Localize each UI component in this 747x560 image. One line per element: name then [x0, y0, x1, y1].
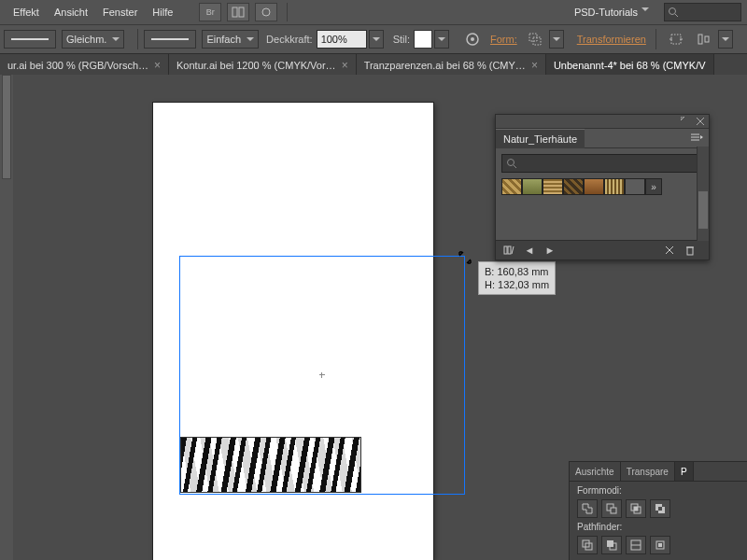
tab-document[interactable]: Unbenannt-4* bei 68 % (CMYK/V [546, 54, 714, 77]
chevron-down-icon [247, 37, 254, 41]
toolbar-icon-sync[interactable] [255, 3, 277, 21]
swatch-item[interactable] [522, 178, 543, 195]
collapse-icon[interactable] [681, 117, 690, 126]
swatch-row: » [501, 178, 703, 195]
trash-icon[interactable] [683, 243, 698, 258]
svg-point-16 [508, 160, 514, 166]
svg-rect-38 [658, 543, 662, 547]
shape-modes-label: Formmodi: [577, 485, 740, 496]
panel-footer: ◄ ► [496, 240, 709, 259]
pattern-rectangle[interactable] [180, 437, 361, 493]
svg-line-17 [514, 165, 516, 168]
tab-document[interactable]: ur.ai bei 300 % (RGB/Vorsch…× [0, 54, 169, 77]
close-icon[interactable]: × [531, 60, 538, 71]
minus-front-icon[interactable] [601, 499, 622, 518]
close-icon[interactable]: × [154, 60, 161, 71]
style-dropdown[interactable] [434, 30, 449, 49]
toolbar-icon-br[interactable]: Br [199, 3, 221, 21]
chevron-down-icon [438, 37, 445, 41]
canvas[interactable]: B: 160,83 mm H: 132,03 mm Natur_Tierhäut… [13, 75, 747, 560]
divide-icon[interactable] [577, 536, 598, 554]
brush-select[interactable]: Einfach [202, 30, 259, 49]
isolate-icon[interactable] [666, 29, 686, 49]
dock-tabs: Ausrichte Transpare P [570, 462, 747, 482]
trim-icon[interactable] [601, 536, 622, 554]
tab-transparency[interactable]: Transpare [621, 462, 675, 481]
swatch-more-icon[interactable]: » [645, 178, 662, 195]
panel-titlebar[interactable] [496, 115, 709, 129]
swatch-item[interactable] [501, 178, 522, 195]
panel-search-input[interactable] [501, 154, 703, 173]
opacity-dropdown[interactable] [369, 30, 384, 49]
menu-hilfe[interactable]: Hilfe [145, 3, 180, 21]
scrollbar-thumb[interactable] [2, 75, 11, 179]
unite-icon[interactable] [577, 499, 598, 518]
break-link-icon[interactable] [662, 243, 677, 258]
stroke-profile-select[interactable]: Gleichm. [62, 30, 124, 49]
search-input[interactable] [664, 3, 741, 21]
tab-pathfinder[interactable]: P [675, 462, 694, 481]
chevron-down-icon [641, 7, 651, 17]
recolor-icon[interactable] [462, 29, 483, 49]
search-icon [668, 7, 679, 18]
svg-rect-11 [698, 35, 702, 44]
panel-tab-label[interactable]: Natur_Tierhäute [496, 129, 585, 148]
transform-link[interactable]: Transformieren [577, 34, 646, 45]
style-swatch[interactable] [414, 30, 432, 49]
panel-tabs: Natur_Tierhäute [496, 129, 709, 148]
toolbar-icon-arrange[interactable] [227, 3, 249, 21]
chevron-down-icon [112, 37, 120, 41]
swatch-item[interactable] [625, 178, 645, 195]
swatches-panel: Natur_Tierhäute » ◄ [495, 114, 710, 260]
panel-scrollbar[interactable] [697, 147, 709, 241]
chevron-down-icon [722, 37, 729, 41]
brush-preview[interactable] [144, 30, 196, 49]
menu-fenster[interactable]: Fenster [95, 3, 145, 21]
chevron-down-icon [553, 37, 560, 41]
align-dropdown[interactable] [718, 30, 733, 49]
align-icon[interactable] [694, 29, 714, 49]
next-icon[interactable]: ► [543, 243, 557, 258]
scrollbar-vertical[interactable] [0, 75, 14, 560]
swatch-item[interactable] [584, 178, 604, 195]
selection-center-icon [319, 372, 325, 378]
prev-icon[interactable]: ◄ [522, 243, 537, 258]
menu-ansicht[interactable]: Ansicht [47, 3, 95, 21]
resize-handle[interactable] [458, 251, 472, 264]
crop-icon[interactable] [650, 536, 670, 554]
merge-icon[interactable] [626, 536, 646, 554]
form-link[interactable]: Form: [490, 34, 517, 45]
close-icon[interactable]: × [342, 60, 348, 71]
stroke-preview[interactable] [4, 30, 56, 49]
swatch-item[interactable] [604, 178, 625, 195]
svg-rect-12 [705, 36, 709, 42]
shape-mode-dropdown[interactable] [549, 30, 564, 49]
menu-effekt[interactable]: Effekt [6, 3, 47, 21]
library-icon[interactable] [501, 243, 516, 258]
panel-menu-icon[interactable] [690, 133, 703, 144]
tab-document[interactable]: Tranzparenzen.ai bei 68 % (CMY…× [357, 54, 546, 77]
swatch-item[interactable] [563, 178, 584, 195]
svg-rect-1 [239, 7, 244, 17]
options-bar: Gleichm. Einfach Deckkraft: 100% Stil: F… [0, 25, 747, 54]
swatch-item[interactable] [543, 178, 563, 195]
pathfinder-panel: Ausrichte Transpare P Formmodi: Pathfind… [569, 461, 747, 560]
dimensions-tooltip: B: 160,83 mm H: 132,03 mm [478, 261, 556, 295]
opacity-input[interactable]: 100% [317, 30, 367, 49]
style-label: Stil: [393, 34, 410, 45]
svg-rect-0 [233, 7, 237, 17]
close-icon[interactable] [696, 117, 705, 126]
shape-mode-icon[interactable] [525, 29, 545, 49]
workspace-switcher[interactable]: PSD-Tutorials [574, 7, 641, 18]
tab-document[interactable]: Kontur.ai bei 1200 % (CMYK/Vor…× [169, 54, 357, 77]
svg-line-20 [512, 246, 514, 254]
pathfinder-label: Pathfinder: [577, 522, 740, 532]
scrollbar-thumb[interactable] [698, 191, 708, 229]
svg-rect-19 [508, 246, 511, 254]
svg-line-3 [675, 14, 678, 17]
chevron-down-icon [373, 37, 380, 41]
intersect-icon[interactable] [626, 499, 646, 518]
tab-align[interactable]: Ausrichte [570, 462, 621, 481]
exclude-icon[interactable] [650, 499, 670, 518]
artboard: B: 160,83 mm H: 132,03 mm [153, 103, 433, 560]
